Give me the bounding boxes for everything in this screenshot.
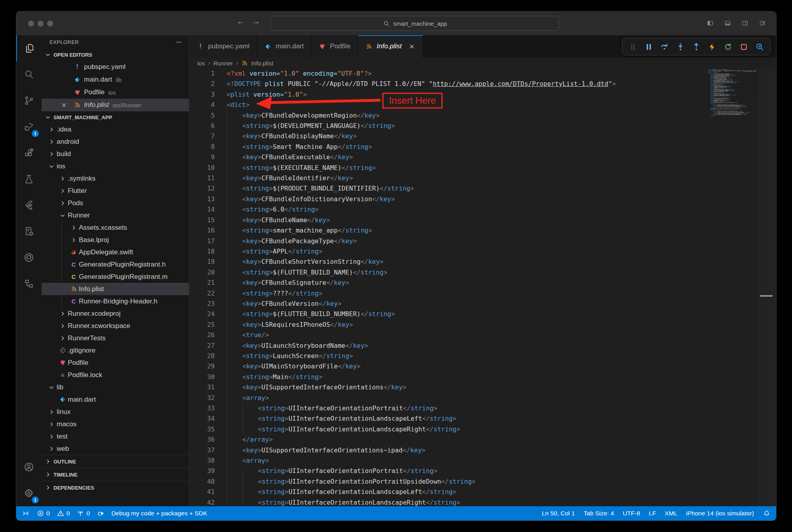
tree-item-test[interactable]: test (42, 430, 189, 442)
stop-button[interactable] (739, 42, 748, 51)
section-dependencies[interactable]: DEPENDENCIES (42, 481, 189, 494)
tab-main.dart[interactable]: main.dart (257, 35, 311, 57)
tree-item-Podfile.lock[interactable]: ≡Podfile.lock (42, 369, 189, 381)
project-section[interactable]: SMART_MACHINE_APP (42, 111, 189, 123)
tab-Info.plist[interactable]: Info.plist (358, 35, 423, 57)
tree-item-RunnerTests[interactable]: RunnerTests (42, 332, 189, 344)
forward-icon[interactable]: → (252, 17, 260, 26)
status-notifications[interactable] (763, 509, 771, 517)
line-content: <plist version="1.0"> (215, 90, 307, 100)
layout-sidebar-right-icon[interactable] (740, 18, 750, 28)
status-eol[interactable]: LF (649, 510, 656, 517)
tree-item-Pods[interactable]: Pods (42, 197, 189, 209)
close-icon[interactable] (408, 42, 416, 50)
tree-item-ios[interactable]: ios (42, 160, 189, 172)
activity-item-testing[interactable] (16, 166, 42, 192)
section-outline[interactable]: OUTLINE (42, 455, 189, 468)
tree-item-AppDelegate.swift[interactable]: AppDelegate.swift (42, 246, 189, 258)
tree-item-Runner-Bridging-Header.h[interactable]: CRunner-Bridging-Header.h (42, 295, 189, 307)
hot-reload-button[interactable] (708, 42, 717, 51)
code-line: 15<key>CFBundleName</key> (189, 215, 776, 225)
status-tab-size[interactable]: Tab Size: 4 (584, 510, 614, 517)
tree-item-Runner.xcodeproj[interactable]: Runner.xcodeproj (42, 307, 189, 320)
breadcrumb-item-ios[interactable]: ios (197, 60, 205, 67)
status-debug-launch[interactable] (97, 509, 105, 517)
close-icon[interactable] (60, 101, 68, 109)
status-device-selector[interactable]: iPhone 14 (ios simulator) (686, 510, 754, 517)
tree-item-.gitignore[interactable]: .gitignore (42, 344, 189, 357)
step-out-button[interactable] (692, 42, 701, 51)
code-editor[interactable]: 1<?xml version="1.0" encoding="UTF-8"?>2… (189, 69, 776, 506)
back-icon[interactable]: ← (237, 17, 245, 26)
close-window-button[interactable] (28, 21, 34, 27)
tree-item-Assets.xcassets[interactable]: Assets.xcassets (42, 221, 189, 234)
drag-grip[interactable] (628, 42, 637, 51)
activity-item-source-control[interactable] (16, 88, 42, 114)
open-editor-Info.plist[interactable]: Info.plistios/Runner (42, 99, 189, 111)
minimap[interactable]: <?xml version="1.0" encoding="UTF-8"?><!… (708, 69, 756, 133)
activity-item-settings[interactable]: 1 (16, 480, 42, 506)
activity-item-accounts[interactable] (16, 454, 42, 480)
status-warnings-count[interactable]: 0 (57, 509, 70, 517)
inspector-button[interactable] (755, 42, 764, 51)
open-editor-Podfile[interactable]: Podfileios (42, 86, 189, 99)
status-debug-config[interactable]: Debug my code + packages + SDK (111, 510, 207, 517)
tree-item-macos[interactable]: macos (42, 418, 189, 430)
section-label: OUTLINE (53, 459, 76, 465)
tree-item-linux[interactable]: linux (42, 406, 189, 418)
tab-pubspec.yaml[interactable]: !pubspec.yaml (189, 35, 257, 57)
more-actions-icon[interactable] (175, 38, 183, 46)
activity-item-run-debug[interactable]: 1 (16, 114, 42, 140)
tree-item-Base.lproj[interactable]: Base.lproj (42, 234, 189, 246)
tree-item-Info.plist[interactable]: Info.plist (42, 283, 189, 295)
activity-item-explorer[interactable] (16, 35, 42, 61)
section-timeline[interactable]: TIMELINE (42, 468, 189, 481)
status-encoding[interactable]: UTF-8 (623, 510, 640, 517)
breadcrumb-item-Runner[interactable]: Runner (214, 60, 233, 67)
layout-customize-icon[interactable] (758, 18, 767, 28)
activity-item-github[interactable] (16, 244, 42, 271)
status-language-mode[interactable]: XML (665, 510, 677, 517)
tab-Podfile[interactable]: Podfile (311, 35, 358, 57)
status-errors-count[interactable]: 0 (36, 509, 50, 517)
tree-item-Runner.xcworkspace[interactable]: Runner.xcworkspace (42, 320, 189, 332)
line-number: 5 (189, 111, 215, 121)
tree-item-.symlinks[interactable]: .symlinks (42, 172, 189, 185)
activity-item-extensions[interactable] (16, 140, 42, 166)
status-ports-count[interactable]: 0 (76, 509, 90, 517)
open-editor-pubspec.yaml[interactable]: !pubspec.yaml (42, 61, 189, 73)
tree-item-android[interactable]: android (42, 135, 189, 148)
activity-item-flutter[interactable] (16, 192, 42, 218)
tree-item-web[interactable]: web (42, 442, 189, 455)
restart-button[interactable] (723, 42, 733, 51)
tree-item-Podfile[interactable]: Podfile (42, 357, 189, 369)
tree-item-Runner[interactable]: Runner (42, 209, 189, 221)
tree-item-.idea[interactable]: .idea (42, 123, 189, 135)
open-editor-main.dart[interactable]: main.dartlib (42, 73, 189, 86)
pause-button[interactable] (644, 42, 653, 51)
step-over-button[interactable] (660, 42, 669, 51)
activity-item-search[interactable] (16, 61, 42, 88)
tree-item-GeneratedPluginRegistrant.m[interactable]: CGeneratedPluginRegistrant.m (42, 271, 189, 283)
layout-panel-icon[interactable] (723, 18, 733, 28)
tree-item-main.dart[interactable]: main.dart (42, 393, 189, 406)
tree-item-lib[interactable]: lib (42, 381, 189, 393)
activity-item-references[interactable] (16, 271, 42, 297)
step-into-button[interactable] (676, 42, 685, 51)
search-input[interactable]: smart_machine_app (271, 16, 559, 31)
status-remote-indicator[interactable] (22, 509, 30, 517)
minimize-window-button[interactable] (38, 21, 44, 27)
window-controls[interactable] (28, 21, 53, 27)
maximize-window-button[interactable] (47, 21, 53, 27)
layout-sidebar-left-icon[interactable] (705, 18, 715, 28)
tree-item-GeneratedPluginRegistrant.h[interactable]: CGeneratedPluginRegistrant.h (42, 258, 189, 271)
tree-item-Flutter[interactable]: Flutter (42, 185, 189, 197)
open-editors-section[interactable]: OPEN EDITORS (42, 49, 189, 61)
breadcrumb-item-Info.plist[interactable]: Info.plist (251, 60, 273, 67)
activity-item-project-runner[interactable] (16, 218, 42, 244)
cursor-marker (760, 295, 773, 297)
overview-ruler[interactable] (758, 69, 776, 506)
status-cursor-position[interactable]: Ln 50, Col 1 (542, 510, 575, 517)
tree-item-build[interactable]: build (42, 148, 189, 160)
breadcrumb[interactable]: ios›Runner›Info.plist (189, 57, 776, 69)
